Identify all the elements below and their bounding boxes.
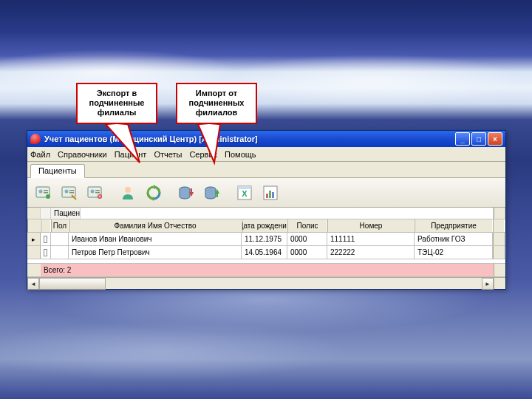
filter-row: Пациент: [27, 208, 505, 219]
row-indicator-icon: ▸: [32, 236, 35, 243]
callout-arrow-icon: [191, 124, 228, 168]
tb-import[interactable]: [200, 181, 224, 205]
scroll-thumb[interactable]: [39, 278, 106, 290]
scroll-left-icon[interactable]: ◄: [27, 278, 39, 290]
svg-point-8: [46, 194, 50, 199]
svg-rect-32: [269, 191, 271, 198]
checkbox-icon: [44, 249, 47, 256]
app-icon: [30, 134, 41, 144]
footer-total: Всего: 2: [41, 264, 85, 276]
svg-marker-2: [198, 124, 220, 163]
filter-input[interactable]: [81, 208, 494, 219]
minimize-button[interactable]: _: [455, 132, 470, 146]
toolbar: X: [27, 178, 505, 208]
tb-export[interactable]: [174, 181, 198, 205]
col-pol[interactable]: Пол: [51, 219, 69, 232]
callout-import-text: Импорт от подчиненных филиалов: [176, 83, 257, 124]
col-pred[interactable]: Предприятие: [415, 219, 493, 232]
tb-excel[interactable]: X: [233, 181, 256, 205]
checkbox-icon: [44, 236, 47, 243]
tb-refresh[interactable]: [142, 181, 166, 205]
menu-help[interactable]: Помощь: [225, 150, 256, 159]
col-date[interactable]: Дата рождения: [242, 219, 287, 232]
svg-rect-6: [44, 190, 48, 191]
svg-rect-15: [95, 190, 100, 191]
col-polis[interactable]: Полис: [287, 219, 327, 232]
tb-chart[interactable]: [259, 181, 282, 205]
callout-import: Импорт от подчиненных филиалов: [176, 83, 257, 124]
svg-rect-31: [266, 194, 268, 198]
horizontal-scrollbar[interactable]: ◄ ►: [27, 277, 505, 289]
svg-text:X: X: [242, 189, 248, 198]
callout-arrow-icon: [98, 124, 143, 168]
cell-date: 11.12.1975: [242, 233, 287, 245]
callout-export-text: Экспорт в подчиненные филиалы: [76, 83, 157, 124]
svg-rect-7: [44, 192, 48, 194]
cell-fio: Петров Петр Петрович: [69, 246, 242, 259]
svg-point-10: [65, 189, 69, 193]
tab-patients[interactable]: Пациенты: [30, 164, 85, 178]
header-row: Пол Фамилия Имя Отчество Дата рождения П…: [27, 219, 505, 233]
svg-point-5: [39, 189, 43, 193]
menu-file[interactable]: Файл: [30, 150, 50, 159]
tb-person[interactable]: [116, 181, 140, 205]
cell-pred: Работник ГОЗ: [415, 233, 493, 245]
svg-rect-16: [95, 192, 100, 194]
scroll-right-icon[interactable]: ►: [482, 278, 494, 290]
col-nomer[interactable]: Номер: [327, 219, 415, 232]
svg-rect-26: [216, 193, 218, 197]
filter-label: Пациент: [51, 208, 81, 219]
tb-card2[interactable]: [58, 181, 81, 205]
svg-rect-12: [69, 192, 74, 194]
footer-row: Всего: 2: [27, 264, 505, 277]
svg-rect-23: [191, 188, 192, 193]
svg-point-14: [91, 189, 95, 193]
svg-rect-11: [69, 190, 74, 191]
close-button[interactable]: ×: [488, 132, 502, 146]
cell-fio: Иванов Иван Иванович: [69, 233, 242, 245]
cell-nomer: 111111: [327, 233, 415, 245]
table-row[interactable]: ▸ Иванов Иван Иванович 11.12.1975 0000 1…: [27, 233, 505, 246]
cell-date: 14.05.1964: [242, 246, 287, 259]
menu-report[interactable]: Отчеты: [154, 150, 182, 159]
cell-polis: 0000: [287, 233, 327, 245]
cell-polis: 0000: [287, 246, 327, 259]
maximize-button[interactable]: □: [471, 132, 486, 146]
svg-point-18: [125, 187, 131, 193]
cell-pred: ТЭЦ-02: [415, 246, 493, 259]
tb-card1[interactable]: [32, 181, 55, 205]
cell-nomer: 222222: [327, 246, 415, 259]
col-fio[interactable]: Фамилия Имя Отчество: [69, 219, 242, 232]
svg-marker-0: [106, 124, 140, 163]
tb-card3[interactable]: [83, 181, 107, 205]
callout-export: Экспорт в подчиненные филиалы: [76, 83, 157, 124]
svg-rect-33: [272, 192, 274, 198]
data-grid: Пациент Пол Фамилия Имя Отчество Дата ро…: [27, 208, 505, 277]
table-row[interactable]: Петров Петр Петрович 14.05.1964 0000 222…: [27, 246, 505, 259]
